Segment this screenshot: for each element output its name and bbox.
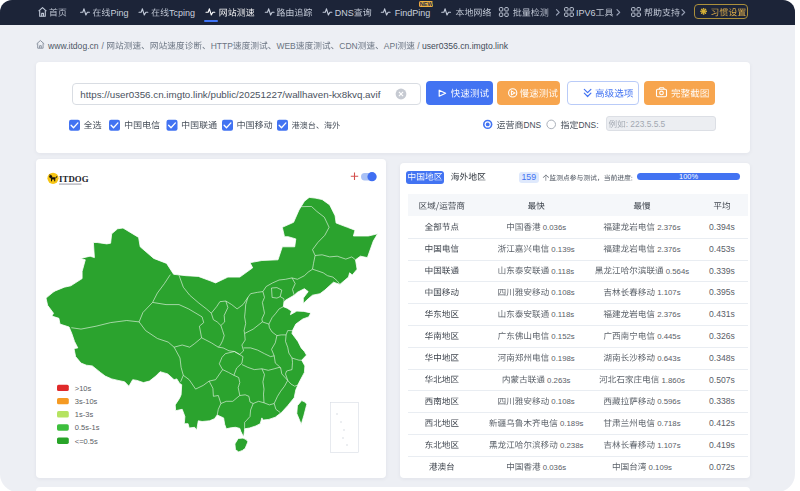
svg-text:DNS:: DNS: [579, 120, 599, 130]
svg-text:0.036s: 0.036s [541, 223, 567, 232]
svg-text:0.431s: 0.431s [709, 309, 735, 319]
svg-text:0.108s: 0.108s [549, 288, 575, 297]
svg-text:0.338s: 0.338s [709, 396, 735, 406]
svg-text:0.394s: 0.394s [709, 222, 735, 232]
svg-text:1s-3s: 1s-3s [75, 410, 94, 419]
svg-text:0.564s: 0.564s [664, 267, 690, 276]
svg-text:0.419s: 0.419s [709, 440, 735, 450]
svg-text:0.108s: 0.108s [549, 397, 575, 406]
svg-text:0.348s: 0.348s [709, 353, 735, 363]
svg-text:/: / [415, 41, 422, 51]
svg-text:0.339s: 0.339s [709, 266, 735, 276]
svg-text:<=0.5s: <=0.5s [75, 437, 98, 446]
svg-text:0.152s: 0.152s [549, 332, 575, 341]
svg-text:0.036s: 0.036s [541, 463, 567, 472]
svg-text:IPV6: IPV6 [576, 8, 596, 18]
svg-text:https://user0356.cn.imgto.link: https://user0356.cn.imgto.link/public/20… [80, 89, 380, 100]
svg-text:100%: 100% [679, 172, 698, 181]
svg-text:0.072s: 0.072s [709, 462, 735, 472]
svg-text:0.412s: 0.412s [709, 418, 735, 428]
svg-text:Tcping: Tcping [169, 8, 195, 18]
svg-text:1.860s: 1.860s [659, 376, 685, 385]
svg-text:: 223.5.5.5: : 223.5.5.5 [626, 119, 666, 129]
svg-text:CDN: CDN [339, 41, 357, 51]
svg-text:2.376s: 2.376s [655, 310, 681, 319]
svg-text:ITDOG: ITDOG [59, 174, 89, 184]
svg-text:0.118s: 0.118s [549, 310, 574, 319]
svg-text:API: API [384, 41, 398, 51]
svg-text:0.453s: 0.453s [709, 244, 735, 254]
svg-text:DNS: DNS [335, 8, 354, 18]
svg-text:0.718s: 0.718s [655, 419, 681, 428]
svg-text:0.189s: 0.189s [558, 419, 584, 428]
svg-text:0.118s: 0.118s [549, 267, 574, 276]
svg-text:2.376s: 2.376s [655, 223, 681, 232]
svg-text:0.445s: 0.445s [655, 332, 681, 341]
svg-text:2.376s: 2.376s [655, 245, 681, 254]
svg-text:HTTP: HTTP [211, 41, 234, 51]
svg-text:0.596s: 0.596s [655, 397, 681, 406]
svg-text:0.198s: 0.198s [549, 354, 575, 363]
svg-text:0.507s: 0.507s [709, 375, 735, 385]
svg-text:0.263s: 0.263s [545, 376, 571, 385]
svg-text:0.238s: 0.238s [558, 441, 584, 450]
svg-text:1.107s: 1.107s [655, 441, 681, 450]
svg-text:0.139s: 0.139s [549, 245, 575, 254]
svg-text:DNS: DNS [524, 120, 542, 130]
svg-text:0.326s: 0.326s [709, 331, 735, 341]
svg-text:/: / [99, 41, 106, 51]
svg-text:Ping: Ping [110, 8, 128, 18]
svg-text:1.107s: 1.107s [655, 288, 681, 297]
svg-text:www.itdog.cn: www.itdog.cn [47, 41, 99, 51]
svg-text:>10s: >10s [75, 384, 92, 393]
svg-text:0.109s: 0.109s [646, 463, 672, 472]
svg-text:159: 159 [521, 172, 536, 182]
svg-text:WEB: WEB [276, 41, 296, 51]
svg-text:NEW: NEW [420, 1, 434, 7]
svg-text:FindPing: FindPing [395, 8, 431, 18]
svg-text:0.395s: 0.395s [709, 287, 735, 297]
svg-text:0.5s-1s: 0.5s-1s [75, 423, 100, 432]
svg-text:3s-10s: 3s-10s [75, 397, 98, 406]
svg-text:0.643s: 0.643s [655, 354, 681, 363]
svg-text:user0356.cn.imgto.link: user0356.cn.imgto.link [422, 41, 509, 51]
